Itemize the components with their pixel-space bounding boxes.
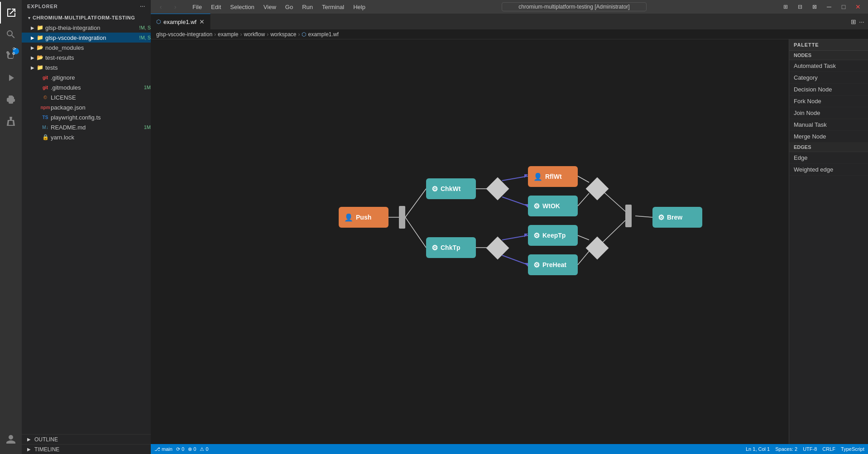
tab-example1[interactable]: ⬡ example1.wf ✕ [151, 14, 211, 29]
fork-node[interactable] [399, 206, 405, 229]
breadcrumb-part[interactable]: glsp-vscode-integration [156, 31, 212, 38]
edges-section-label: EDGES [789, 143, 868, 152]
svg-line-11 [578, 235, 589, 240]
palette-item-automated-task[interactable]: Automated Task [789, 60, 868, 72]
sidebar-item-test-results[interactable]: ▶ 📂 test-results [22, 53, 151, 62]
folder-icon: 📂 [36, 54, 43, 61]
statusbar-encoding[interactable]: UTF-8 [803, 446, 817, 452]
testing-button[interactable] [0, 110, 22, 132]
sidebar-more-button[interactable]: ··· [140, 4, 145, 9]
statusbar: ⎇ main ⟳ 0 ⊗ 0 ⚠ 0 Ln 1, Col 1 Spaces: 2… [151, 444, 868, 454]
node-rflwt[interactable]: 👤 RflWt [528, 166, 578, 187]
palette-item-edge[interactable]: Edge [789, 152, 868, 164]
sidebar-item-license[interactable]: ▶ © LICENSE [22, 92, 151, 102]
more-actions-button[interactable]: ··· [859, 18, 864, 25]
palette-item-weighted-edge[interactable]: Weighted edge [789, 164, 868, 176]
svg-line-8 [502, 255, 528, 265]
breadcrumb-part[interactable]: workspace [270, 31, 296, 38]
statusbar-eol[interactable]: CRLF [822, 446, 835, 452]
accounts-button[interactable] [0, 429, 22, 450]
sidebar-item-label: playwright.config.ts [51, 114, 151, 121]
editor-area: 👤 Push ⚙ ChkWt ⚙ ChkTp 👤 RflWt [151, 39, 868, 444]
statusbar-branch[interactable]: ⎇ main [154, 446, 173, 452]
maximize-button[interactable]: □ [837, 0, 850, 13]
palette-item-fork-node[interactable]: Fork Node [789, 96, 868, 107]
sidebar-item-gitmodules[interactable]: ▶ git .gitmodules 1M [22, 82, 151, 92]
forward-button[interactable]: › [169, 0, 182, 13]
minimize-button[interactable]: ─ [823, 0, 835, 13]
close-button[interactable]: ✕ [852, 0, 864, 13]
statusbar-ln-col[interactable]: Ln 1, Col 1 [746, 446, 770, 452]
sidebar-item-label: package.json [51, 104, 151, 111]
split-editor-button[interactable]: ⊞ [851, 18, 856, 25]
palette-item-category[interactable]: Category [789, 72, 868, 84]
node-chktp[interactable]: ⚙ ChkTp [426, 237, 476, 258]
node-push[interactable]: 👤 Push [339, 207, 388, 228]
node-chkwt[interactable]: ⚙ ChkWt [426, 178, 476, 199]
layout2-button[interactable]: ⊟ [794, 0, 806, 13]
join-node[interactable] [625, 205, 632, 227]
view-menu[interactable]: View [260, 3, 280, 11]
help-menu[interactable]: Help [350, 3, 369, 11]
svg-line-9 [578, 176, 589, 182]
timeline-panel[interactable]: ▶ TIMELINE [22, 444, 151, 454]
explorer-button[interactable] [0, 2, 22, 24]
tabs-bar: ⬡ example1.wf ✕ ⊞ ··· [151, 14, 868, 29]
workflow-canvas[interactable]: 👤 Push ⚙ ChkWt ⚙ ChkTp 👤 RflWt [151, 39, 789, 444]
palette-item-join-node[interactable]: Join Node [789, 107, 868, 119]
breadcrumb-part[interactable]: workflow [244, 31, 265, 38]
extensions-button[interactable] [0, 89, 22, 110]
sidebar-item-label: tests [45, 64, 151, 71]
palette-item-decision-node[interactable]: Decision Node [789, 84, 868, 96]
palette-item-manual-task[interactable]: Manual Task [789, 119, 868, 131]
tab-close-button[interactable]: ✕ [199, 19, 205, 25]
svg-line-7 [502, 235, 528, 240]
sidebar-item-gitignore[interactable]: ▶ git .gitignore [22, 72, 151, 82]
statusbar-right: Ln 1, Col 1 Spaces: 2 UTF-8 CRLF TypeScr… [746, 446, 864, 452]
statusbar-spaces[interactable]: Spaces: 2 [775, 446, 797, 452]
selection-menu[interactable]: Selection [226, 3, 258, 11]
sidebar-item-tests[interactable]: ▶ 📁 tests [22, 62, 151, 72]
sidebar-item-playwright-config[interactable]: ▶ TS playwright.config.ts [22, 112, 151, 122]
sidebar-item-node-modules[interactable]: ▶ 📂 node_modules [22, 43, 151, 53]
run-menu[interactable]: Run [298, 3, 317, 11]
node-wtok[interactable]: ⚙ WtOK [528, 196, 578, 216]
source-control-button[interactable]: ⟳ 0 [0, 45, 22, 67]
project-name: CHROMIUM-MULTIPLATFORM-TESTING [33, 15, 151, 20]
outline-panel[interactable]: ▶ OUTLINE [22, 434, 151, 444]
sidebar-item-label: node_modules [45, 44, 151, 51]
sidebar-item-glsp-vscode[interactable]: ▶ 📁 glsp-vscode-integration !M, S [22, 33, 151, 43]
svg-line-10 [578, 193, 589, 206]
node-brew[interactable]: ⚙ Brew [652, 207, 702, 228]
run-button[interactable] [0, 67, 22, 89]
project-root[interactable]: ▾ CHROMIUM-MULTIPLATFORM-TESTING [22, 13, 151, 23]
search-bar[interactable]: chromium-multiplatform-testing [Administ… [502, 2, 647, 11]
node-preheat[interactable]: ⚙ PreHeat [528, 254, 578, 275]
outline-arrow: ▶ [27, 437, 31, 442]
breadcrumb-part[interactable]: example [218, 31, 238, 38]
layout3-button[interactable]: ⊠ [808, 0, 821, 13]
svg-line-2 [405, 217, 426, 248]
statusbar-lang[interactable]: TypeScript [841, 446, 864, 452]
statusbar-errors[interactable]: ⊗ 0 [188, 446, 196, 452]
folder-icon: 📂 [36, 44, 43, 51]
license-icon: © [42, 94, 49, 101]
edit-menu[interactable]: Edit [207, 3, 225, 11]
sidebar-item-label: README.md [51, 124, 142, 131]
sidebar-item-package-json[interactable]: ▶ npm package.json [22, 102, 151, 112]
file-menu[interactable]: File [189, 3, 206, 11]
sidebar-item-glsp-theia[interactable]: ▶ 📁 glsp-theia-integration !M, S [22, 23, 151, 33]
statusbar-sync[interactable]: ⟳ 0 [176, 446, 184, 452]
node-label: RflWt [545, 173, 562, 180]
terminal-menu[interactable]: Terminal [318, 3, 348, 11]
sidebar-item-yarn-lock[interactable]: ▶ 🔒 yarn.lock [22, 132, 151, 142]
layout-button[interactable]: ⊞ [779, 0, 792, 13]
go-menu[interactable]: Go [282, 3, 297, 11]
palette-item-merge-node[interactable]: Merge Node [789, 131, 868, 143]
node-keepts[interactable]: ⚙ KeepTp [528, 225, 578, 246]
back-button[interactable]: ‹ [154, 0, 167, 13]
statusbar-warnings[interactable]: ⚠ 0 [200, 446, 208, 452]
search-button[interactable] [0, 24, 22, 45]
breadcrumb-file[interactable]: example1.wf [308, 31, 338, 38]
sidebar-item-readme[interactable]: ▶ M↓ README.md 1M [22, 122, 151, 132]
